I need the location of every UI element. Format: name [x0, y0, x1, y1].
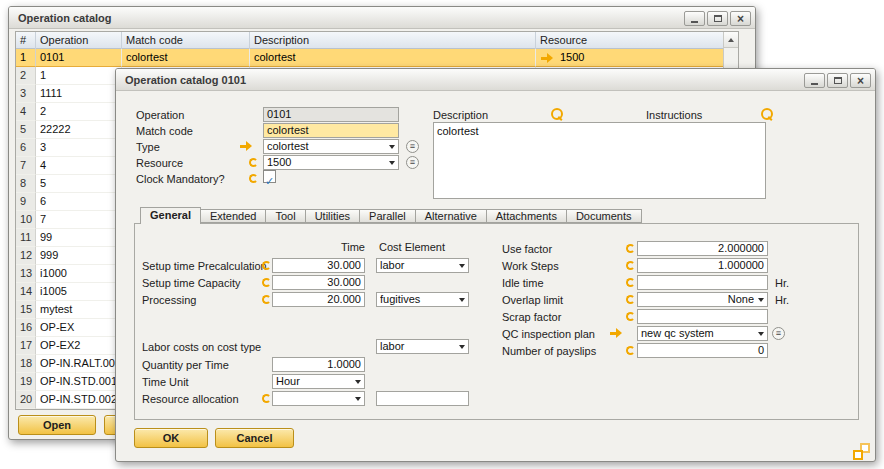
quantity-per-time-field[interactable]: 1.0000	[272, 357, 365, 372]
processing-cost-combo[interactable]: fugitives	[376, 292, 469, 307]
tab[interactable]: Utilities	[305, 209, 360, 223]
idle-time-field[interactable]	[637, 275, 768, 290]
overlap-limit-combo[interactable]: None	[637, 292, 768, 307]
valid-values-icon[interactable]: ≡	[406, 140, 419, 153]
tab[interactable]: Documents	[566, 209, 642, 223]
tab[interactable]: Parallel	[359, 209, 416, 223]
payslips-field[interactable]: 0	[637, 343, 768, 358]
operation-cell: OP-EX2	[36, 337, 122, 355]
labor-costs-combo[interactable]: labor	[376, 339, 469, 354]
clock-mandatory-checkbox[interactable]: ✓	[263, 170, 276, 183]
operation-cell: 6	[36, 193, 122, 211]
dialog-titlebar[interactable]: Operation catalog 0101 ×	[116, 69, 875, 91]
description-textarea[interactable]: colortest	[433, 122, 766, 199]
scroll-up-button[interactable]	[724, 32, 738, 48]
dropdown-caret-icon	[758, 332, 764, 336]
close-icon: ×	[857, 75, 864, 87]
header-operation[interactable]: Operation	[36, 32, 122, 49]
operation-cell: 999	[36, 247, 122, 265]
tab[interactable]: Extended	[200, 209, 266, 223]
table-row[interactable]: 1 0101 colortest colortest 1500	[16, 49, 723, 67]
use-factor-field[interactable]: 2.000000	[637, 241, 768, 256]
link-arrow-icon[interactable]	[609, 328, 623, 339]
tab[interactable]: General	[140, 207, 201, 224]
dropdown-caret-icon	[459, 345, 465, 349]
choose-from-list-icon	[626, 244, 635, 253]
window-controls: ×	[684, 11, 751, 26]
row-number-cell: 4	[16, 103, 36, 121]
resource-combo[interactable]: 1500	[263, 155, 399, 170]
match-code-field[interactable]: colortest	[263, 123, 399, 138]
operation-cell: 22222	[36, 121, 122, 139]
operation-cell: OP-IN.STD.001	[36, 373, 122, 391]
resource-allocation-extra-field[interactable]	[376, 391, 469, 406]
time-unit-label: Time Unit	[142, 375, 189, 390]
description-label: Description	[433, 108, 488, 123]
overlap-limit-label: Overlap limit	[502, 293, 563, 308]
grid-header: # Operation Match code Description Resou…	[16, 32, 723, 49]
tab[interactable]: Attachments	[486, 209, 567, 223]
match-code-label: Match code	[136, 124, 193, 139]
setup-precalc-label: Setup time Precalculation	[142, 259, 267, 274]
setup-precalc-cost-combo[interactable]: labor	[376, 258, 469, 273]
tab[interactable]: Tool	[265, 209, 305, 223]
operation-cell: i1000	[36, 265, 122, 283]
type-combo[interactable]: colortest	[263, 139, 399, 154]
setup-capacity-time-field[interactable]: 30.000	[272, 275, 365, 290]
overlap-unit-label: Hr.	[775, 293, 789, 308]
time-unit-combo[interactable]: Hour	[272, 374, 365, 389]
link-arrow-icon[interactable]	[239, 141, 253, 152]
scrap-factor-field[interactable]	[637, 309, 768, 324]
resource-label: Resource	[136, 156, 183, 171]
close-button[interactable]: ×	[850, 73, 871, 88]
operation-label: Operation	[136, 108, 184, 123]
header-row-number[interactable]: #	[16, 32, 36, 49]
valid-values-icon[interactable]: ≡	[406, 156, 419, 169]
dialog-tabs: GeneralExtendedToolUtilitiesParallelAlte…	[141, 207, 642, 224]
maximize-button[interactable]	[827, 73, 848, 88]
labor-costs-value: labor	[380, 340, 455, 353]
minimize-button[interactable]	[804, 73, 825, 88]
qc-inspection-plan-combo[interactable]: new qc system	[637, 326, 768, 341]
choose-from-list-icon	[249, 174, 258, 183]
type-value: colortest	[267, 140, 385, 153]
header-resource[interactable]: Resource	[536, 32, 723, 49]
header-match-code[interactable]: Match code	[122, 32, 250, 49]
maximize-button[interactable]	[707, 11, 728, 26]
link-arrow-icon[interactable]	[540, 53, 554, 64]
ok-button[interactable]: OK	[134, 428, 208, 448]
resource-cell: 1500	[536, 49, 723, 67]
dropdown-caret-icon	[355, 397, 361, 401]
magnifier-icon[interactable]	[760, 107, 773, 120]
minimize-icon	[691, 21, 698, 23]
desktop: Operation catalog × # Operation Match co…	[0, 0, 884, 469]
header-description[interactable]: Description	[250, 32, 536, 49]
operation-cell: 0101	[36, 49, 122, 67]
resource-allocation-combo[interactable]	[272, 391, 365, 406]
qc-inspection-plan-value: new qc system	[641, 327, 754, 340]
choose-from-list-icon	[626, 295, 635, 304]
close-button[interactable]: ×	[730, 11, 751, 26]
cancel-button[interactable]: Cancel	[215, 428, 294, 448]
setup-precalc-time-field[interactable]: 30.000	[272, 258, 365, 273]
open-button[interactable]: Open	[18, 415, 96, 435]
time-column-header: Time	[272, 240, 365, 255]
quantity-per-time-label: Quantity per Time	[142, 358, 229, 373]
catalog-window-title: Operation catalog	[18, 7, 112, 29]
tab[interactable]: Alternative	[415, 209, 487, 223]
catalog-titlebar[interactable]: Operation catalog ×	[9, 7, 755, 29]
processing-time-field[interactable]: 20.000	[272, 292, 365, 307]
scroll-up-icon	[728, 38, 734, 42]
overlap-limit-value: None	[641, 293, 754, 306]
operation-cell: 99	[36, 229, 122, 247]
match-code-cell: colortest	[122, 49, 250, 67]
work-steps-field[interactable]: 1.000000	[637, 258, 768, 273]
resize-grip-icon[interactable]	[853, 443, 871, 461]
general-tab-panel: Time Cost Element Setup time Precalculat…	[134, 223, 859, 420]
row-number-cell: 16	[16, 319, 36, 337]
resource-allocation-label: Resource allocation	[142, 392, 239, 407]
minimize-button[interactable]	[684, 11, 705, 26]
magnifier-icon[interactable]	[550, 107, 563, 120]
operation-cell: i1005	[36, 283, 122, 301]
valid-values-icon[interactable]: ≡	[772, 327, 785, 340]
